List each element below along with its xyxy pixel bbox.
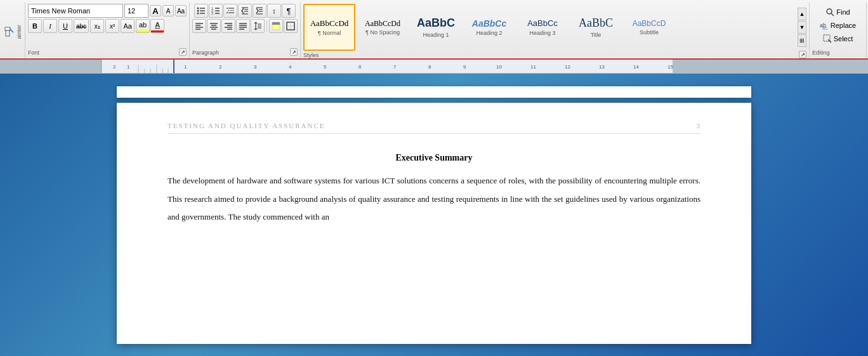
document-page[interactable]: TESTING AND QUALITY ASSURANCE 3 Executiv… xyxy=(117,103,751,344)
svg-rect-50 xyxy=(272,22,280,25)
svg-text:1: 1 xyxy=(127,64,130,70)
style-subtitle[interactable]: AaBbCcD Subtitle xyxy=(623,4,675,51)
svg-text:3: 3 xyxy=(254,64,257,70)
svg-text:11: 11 xyxy=(530,64,536,70)
find-icon xyxy=(825,8,834,16)
styles-scroll-down-button[interactable]: ▼ xyxy=(798,21,806,34)
styles-expand-button[interactable]: ↗ xyxy=(799,51,806,58)
svg-point-19 xyxy=(227,12,228,13)
styles-section: AaBbCcDd ¶ Normal AaBbCcDd ¶ No Spacing … xyxy=(301,3,810,58)
ribbon-top: ainter A A Aa B I U abc x₂ x² xyxy=(0,0,868,58)
painter-label: ainter xyxy=(16,25,22,39)
ruler-svg: 2 1 1 2 3 4 5 6 7 8 9 10 11 12 13 14 15 xyxy=(0,60,868,74)
svg-text:6: 6 xyxy=(358,64,362,70)
style-heading1[interactable]: AaBbC Heading 1 xyxy=(410,4,462,51)
svg-text:1: 1 xyxy=(184,64,187,70)
underline-button[interactable]: U xyxy=(58,19,72,33)
styles-scroll-up-button[interactable]: ▲ xyxy=(798,8,806,20)
svg-point-54 xyxy=(827,9,832,14)
select-button[interactable]: Select xyxy=(819,33,857,44)
style-normal-preview: AaBbCcDd xyxy=(310,18,349,29)
style-heading2-label: Heading 2 xyxy=(476,30,502,36)
highlight-color-bar xyxy=(136,30,149,32)
body-text[interactable]: The development of hardware and software… xyxy=(168,172,700,227)
superscript-button[interactable]: x² xyxy=(105,19,119,33)
style-heading2[interactable]: AaBbCc Heading 2 xyxy=(463,4,515,51)
line-spacing-button[interactable] xyxy=(251,19,265,33)
svg-text:2: 2 xyxy=(113,64,116,70)
style-heading1-label: Heading 1 xyxy=(423,32,449,38)
svg-text:3.: 3. xyxy=(211,11,214,15)
font-size-input[interactable] xyxy=(124,4,148,18)
styles-section-bottom: Styles ↗ xyxy=(303,51,806,60)
styles-gallery: AaBbCcDd ¶ Normal AaBbCcDd ¶ No Spacing … xyxy=(303,4,798,51)
editing-section-label: Editing xyxy=(812,48,830,57)
page-content: Executive Summary The development of har… xyxy=(168,153,700,227)
style-no-spacing-preview: AaBbCcDd xyxy=(365,19,400,28)
font-controls: A A Aa B I U abc x₂ x² Aa ab xyxy=(28,4,187,48)
find-button[interactable]: Find xyxy=(822,6,853,18)
change-case-button[interactable]: Aa xyxy=(121,19,135,33)
replace-label: Replace xyxy=(831,22,856,29)
align-center-button[interactable] xyxy=(207,19,221,33)
multilevel-list-button[interactable] xyxy=(223,4,237,18)
svg-text:ao: ao xyxy=(822,26,827,30)
clear-format-button[interactable]: Aa xyxy=(175,5,187,16)
style-title[interactable]: AaBbC Title xyxy=(570,4,622,51)
style-heading3-label: Heading 3 xyxy=(529,30,555,36)
svg-text:12: 12 xyxy=(565,64,570,70)
ribbon: ainter A A Aa B I U abc x₂ x² xyxy=(0,0,868,60)
style-heading3[interactable]: AaBbCc Heading 3 xyxy=(516,4,569,51)
align-right-button[interactable] xyxy=(221,19,235,33)
svg-rect-62 xyxy=(102,60,673,74)
editing-section: Find abao Replace Select Editing xyxy=(810,3,867,58)
paragraph-section: 1.2.3. ↕ ¶ xyxy=(190,3,301,58)
subscript-button[interactable]: x₂ xyxy=(90,19,104,33)
paragraph-expand-button[interactable]: ↗ xyxy=(290,48,298,56)
document-area: TESTING AND QUALITY ASSURANCE 3 Executiv… xyxy=(0,74,868,356)
style-heading3-preview: AaBbCc xyxy=(527,18,558,29)
font-name-input[interactable] xyxy=(28,4,123,18)
page-number: 3 xyxy=(697,122,701,129)
borders-button[interactable] xyxy=(284,19,298,33)
styles-more-button[interactable]: ⊞ xyxy=(798,34,806,47)
style-title-label: Title xyxy=(591,32,602,38)
align-left-button[interactable] xyxy=(192,19,206,33)
font-color-button[interactable]: A xyxy=(150,19,164,33)
font-expand-button[interactable]: ↗ xyxy=(179,48,187,56)
styles-gallery-container: AaBbCcDd ¶ Normal AaBbCcDd ¶ No Spacing … xyxy=(303,4,806,51)
editing-section-bottom: Editing xyxy=(812,48,864,57)
show-para-button[interactable]: ¶ xyxy=(282,4,296,18)
justify-button[interactable] xyxy=(236,19,250,33)
shrink-font-button[interactable]: A xyxy=(162,5,174,16)
font-section-bottom: Font ↗ xyxy=(28,48,187,57)
shading-button[interactable] xyxy=(269,19,283,33)
font-row1: A A Aa xyxy=(28,4,187,18)
svg-rect-60 xyxy=(0,60,102,74)
find-label: Find xyxy=(836,8,850,16)
replace-button[interactable]: abao Replace xyxy=(816,20,860,31)
format-painter-icon[interactable] xyxy=(4,26,15,37)
style-no-spacing[interactable]: AaBbCcDd ¶ No Spacing xyxy=(357,4,409,51)
svg-text:9: 9 xyxy=(463,64,466,70)
style-heading1-preview: AaBbC xyxy=(417,16,455,30)
svg-point-17 xyxy=(228,10,229,11)
styles-scroll-buttons: ▲ ▼ ⊞ xyxy=(798,4,806,51)
svg-point-15 xyxy=(227,8,228,9)
highlight-button[interactable]: ab xyxy=(136,19,150,33)
strikethrough-button[interactable]: abc xyxy=(74,19,89,33)
italic-button[interactable]: I xyxy=(43,19,57,33)
bullets-button[interactable] xyxy=(194,4,208,18)
svg-text:8: 8 xyxy=(428,64,431,70)
font-section: A A Aa B I U abc x₂ x² Aa ab xyxy=(25,3,190,58)
select-icon xyxy=(823,34,832,43)
numbering-button[interactable]: 1.2.3. xyxy=(209,4,223,18)
sort-button[interactable]: ↕ xyxy=(267,4,281,18)
svg-text:14: 14 xyxy=(633,64,639,70)
grow-font-button[interactable]: A xyxy=(150,5,161,16)
decrease-indent-button[interactable] xyxy=(238,4,252,18)
style-no-spacing-label: ¶ No Spacing xyxy=(365,29,400,36)
style-normal[interactable]: AaBbCcDd ¶ Normal xyxy=(303,4,355,51)
increase-indent-button[interactable] xyxy=(253,4,266,18)
bold-button[interactable]: B xyxy=(28,19,42,33)
